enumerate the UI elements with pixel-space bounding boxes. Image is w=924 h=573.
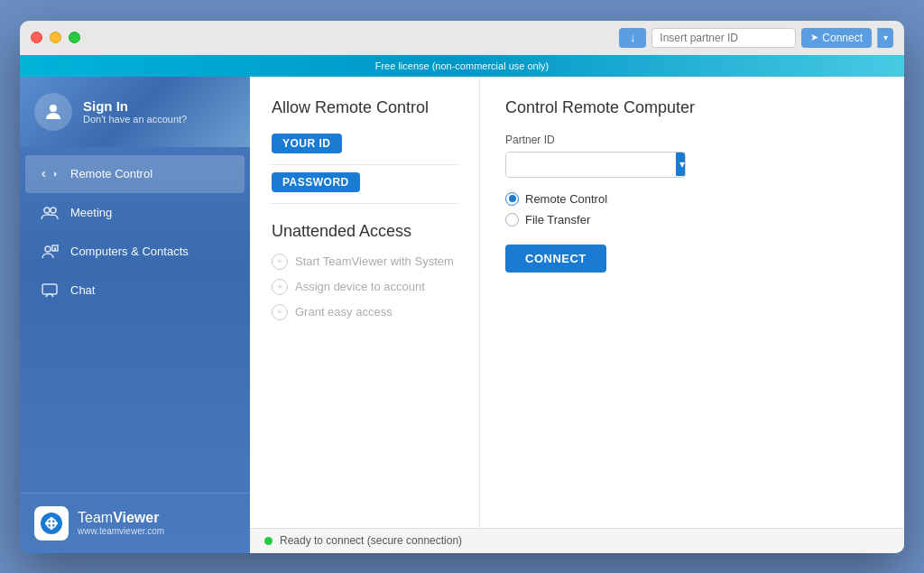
connect-arrow-icon: ➤ [810, 32, 818, 43]
titlebar-connect-label: Connect [822, 32, 863, 44]
unattended-icon-1: + [272, 254, 288, 270]
titlebar: ↓ ➤ Connect ▾ [20, 21, 904, 55]
license-banner: Free license (non-commercial use only) [20, 55, 904, 77]
computers-contacts-icon [40, 242, 60, 262]
radio-remote-control-circle [505, 192, 519, 206]
chat-icon [40, 281, 60, 300]
sidebar-item-remote-control[interactable]: Remote Control [25, 155, 245, 193]
unattended-label-3: Grant easy access [295, 305, 393, 319]
sidebar: Sign In Don't have an account? Remote Co… [20, 77, 250, 553]
content-body: Allow Remote Control YOUR ID PASSWORD Un… [250, 77, 904, 528]
banner-text: Free license (non-commercial use only) [375, 60, 550, 71]
sidebar-item-chat[interactable]: Chat [25, 272, 245, 310]
control-remote-panel: Control Remote Computer Partner ID ▾ Rem… [480, 77, 904, 528]
fullscreen-button[interactable] [69, 32, 80, 43]
svg-point-3 [45, 246, 51, 252]
teamviewer-logo-box [34, 506, 69, 541]
radio-file-transfer-circle [505, 213, 519, 226]
status-text: Ready to connect (secure connection) [280, 534, 462, 547]
password-badge: PASSWORD [272, 172, 360, 192]
your-id-badge: YOUR ID [272, 134, 342, 153]
connect-button[interactable]: CONNECT [505, 245, 606, 273]
unattended-item-1[interactable]: + Start TeamViewer with System [272, 254, 457, 270]
unattended-title: Unattended Access [272, 222, 457, 241]
meeting-icon [40, 203, 60, 223]
connection-type-group: Remote Control File Transfer [505, 192, 879, 226]
control-remote-title: Control Remote Computer [505, 98, 879, 117]
unattended-item-3[interactable]: + Grant easy access [272, 304, 457, 320]
id-divider [272, 164, 457, 165]
unattended-icon-2: + [272, 279, 288, 295]
sidebar-item-meeting[interactable]: Meeting [25, 194, 245, 232]
sidebar-item-computers-label: Computers & Contacts [70, 245, 189, 258]
unattended-icon-3: + [272, 304, 288, 320]
minimize-button[interactable] [50, 32, 61, 43]
allow-remote-panel: Allow Remote Control YOUR ID PASSWORD Un… [250, 77, 480, 528]
partner-id-dropdown[interactable]: ▾ [676, 152, 686, 176]
partner-id-field-wrap: ▾ [505, 152, 686, 178]
radio-file-transfer[interactable]: File Transfer [505, 213, 879, 226]
brand-url: www.teamviewer.com [78, 526, 164, 536]
titlebar-right: ↓ ➤ Connect ▾ [619, 28, 893, 48]
sidebar-footer: TeamViewer www.teamviewer.com [20, 493, 250, 553]
signin-info: Sign In Don't have an account? [83, 98, 187, 125]
brand-team: Team [78, 510, 113, 525]
sidebar-header: Sign In Don't have an account? [20, 77, 250, 147]
svg-rect-4 [42, 284, 57, 294]
titlebar-partner-input[interactable] [651, 28, 796, 48]
avatar [34, 93, 72, 131]
partner-id-label: Partner ID [505, 134, 879, 146]
remote-control-icon [40, 164, 60, 184]
sidebar-item-remote-label: Remote Control [70, 167, 152, 180]
unattended-item-2[interactable]: + Assign device to account [272, 279, 457, 295]
partner-id-input[interactable] [506, 152, 676, 177]
statusbar: Ready to connect (secure connection) [250, 528, 904, 553]
sidebar-item-meeting-label: Meeting [70, 206, 112, 219]
signin-label[interactable]: Sign In [83, 98, 187, 114]
close-button[interactable] [31, 32, 42, 43]
pass-divider [272, 203, 457, 204]
connect-dropdown-button[interactable]: ▾ [877, 28, 893, 48]
nav-items: Remote Control Meeting [20, 147, 250, 493]
content-area: Allow Remote Control YOUR ID PASSWORD Un… [250, 77, 904, 553]
download-button[interactable]: ↓ [619, 28, 646, 48]
allow-remote-title: Allow Remote Control [272, 98, 457, 117]
radio-remote-label: Remote Control [525, 192, 607, 206]
unattended-label-2: Assign device to account [295, 280, 425, 293]
titlebar-connect-button[interactable]: ➤ Connect [801, 28, 872, 48]
status-dot-icon [264, 537, 273, 545]
svg-point-0 [50, 105, 57, 112]
unattended-label-1: Start TeamViewer with System [295, 254, 454, 268]
brand-viewer: Viewer [113, 510, 159, 525]
radio-remote-control[interactable]: Remote Control [505, 192, 879, 206]
main-area: Sign In Don't have an account? Remote Co… [20, 77, 904, 553]
svg-point-1 [44, 208, 50, 213]
teamviewer-brand: TeamViewer www.teamviewer.com [78, 510, 164, 536]
signin-sub[interactable]: Don't have an account? [83, 114, 187, 125]
main-window: ↓ ➤ Connect ▾ Free license (non-commerci… [20, 21, 904, 553]
svg-point-2 [51, 208, 56, 213]
sidebar-item-computers-contacts[interactable]: Computers & Contacts [25, 233, 245, 271]
sidebar-item-chat-label: Chat [70, 283, 95, 297]
radio-file-label: File Transfer [525, 213, 590, 226]
